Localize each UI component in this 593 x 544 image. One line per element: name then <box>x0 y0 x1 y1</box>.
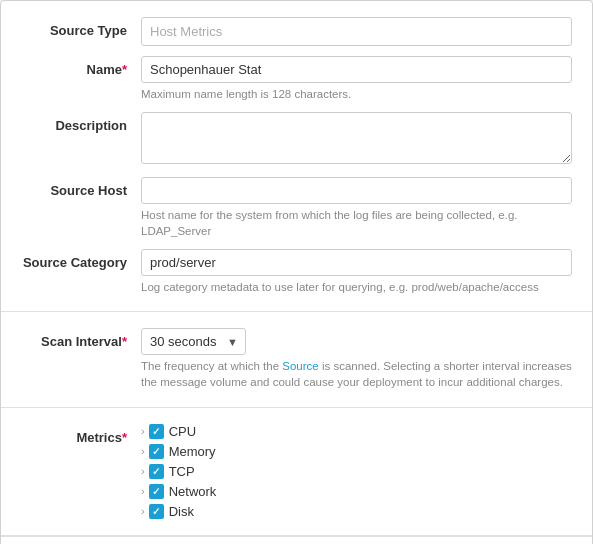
row-source-type: Source Type Host Metrics <box>21 17 572 46</box>
row-source-category: Source Category Log category metadata to… <box>21 249 572 295</box>
label-metrics: Metrics* <box>21 424 141 445</box>
label-source-host: Source Host <box>21 177 141 198</box>
field-name-wrap: Maximum name length is 128 characters. <box>141 56 572 102</box>
modal-container: Source Type Host Metrics Name* Maximum n… <box>0 0 593 544</box>
source-category-input[interactable] <box>141 249 572 276</box>
metrics-list: › CPU › Memory › TCP › Network › Disk <box>141 424 572 519</box>
description-input[interactable] <box>141 112 572 164</box>
scan-interval-hint: The frequency at which the Source is sca… <box>141 358 572 390</box>
source-type-value: Host Metrics <box>141 17 572 46</box>
list-item: › Memory <box>141 444 572 459</box>
metric-label: TCP <box>169 464 195 479</box>
checkbox-icon[interactable] <box>149 464 164 479</box>
section-source-info: Source Type Host Metrics Name* Maximum n… <box>1 1 592 312</box>
field-source-type: Host Metrics <box>141 17 572 46</box>
list-item: › Disk <box>141 504 572 519</box>
label-scan-interval: Scan Interval* <box>21 328 141 349</box>
source-category-hint: Log category metadata to use later for q… <box>141 279 572 295</box>
scan-dropdown-wrapper: 15 seconds 30 seconds 1 minute 5 minutes… <box>141 328 246 355</box>
checkbox-icon[interactable] <box>149 504 164 519</box>
metric-label: CPU <box>169 424 196 439</box>
metric-label: Memory <box>169 444 216 459</box>
field-source-host-wrap: Host name for the system from which the … <box>141 177 572 239</box>
row-source-host: Source Host Host name for the system fro… <box>21 177 572 239</box>
scan-interval-controls: 15 seconds 30 seconds 1 minute 5 minutes… <box>141 328 572 355</box>
section-metrics: Metrics* › CPU › Memory › TCP › Network … <box>1 408 592 536</box>
chevron-icon: › <box>141 465 145 477</box>
name-hint: Maximum name length is 128 characters. <box>141 86 572 102</box>
section-scan-interval: Scan Interval* 15 seconds 30 seconds 1 m… <box>1 312 592 407</box>
label-source-category: Source Category <box>21 249 141 270</box>
metric-label: Network <box>169 484 217 499</box>
source-host-input[interactable] <box>141 177 572 204</box>
list-item: › Network <box>141 484 572 499</box>
field-description-wrap <box>141 112 572 167</box>
footer: Cancel Save <box>1 536 592 544</box>
checkbox-icon[interactable] <box>149 424 164 439</box>
name-input[interactable] <box>141 56 572 83</box>
field-source-category-wrap: Log category metadata to use later for q… <box>141 249 572 295</box>
chevron-icon: › <box>141 445 145 457</box>
metrics-list-wrap: › CPU › Memory › TCP › Network › Disk <box>141 424 572 519</box>
row-description: Description <box>21 112 572 167</box>
scan-interval-select[interactable]: 15 seconds 30 seconds 1 minute 5 minutes… <box>141 328 246 355</box>
label-source-type: Source Type <box>21 17 141 38</box>
field-scan-interval-wrap: 15 seconds 30 seconds 1 minute 5 minutes… <box>141 328 572 390</box>
label-name: Name* <box>21 56 141 77</box>
list-item: › TCP <box>141 464 572 479</box>
checkbox-icon[interactable] <box>149 484 164 499</box>
row-name: Name* Maximum name length is 128 charact… <box>21 56 572 102</box>
chevron-icon: › <box>141 425 145 437</box>
row-metrics: Metrics* › CPU › Memory › TCP › Network … <box>21 424 572 519</box>
source-host-hint: Host name for the system from which the … <box>141 207 572 239</box>
list-item: › CPU <box>141 424 572 439</box>
chevron-icon: › <box>141 505 145 517</box>
chevron-icon: › <box>141 485 145 497</box>
label-description: Description <box>21 112 141 133</box>
row-scan-interval: Scan Interval* 15 seconds 30 seconds 1 m… <box>21 328 572 390</box>
checkbox-icon[interactable] <box>149 444 164 459</box>
metric-label: Disk <box>169 504 194 519</box>
